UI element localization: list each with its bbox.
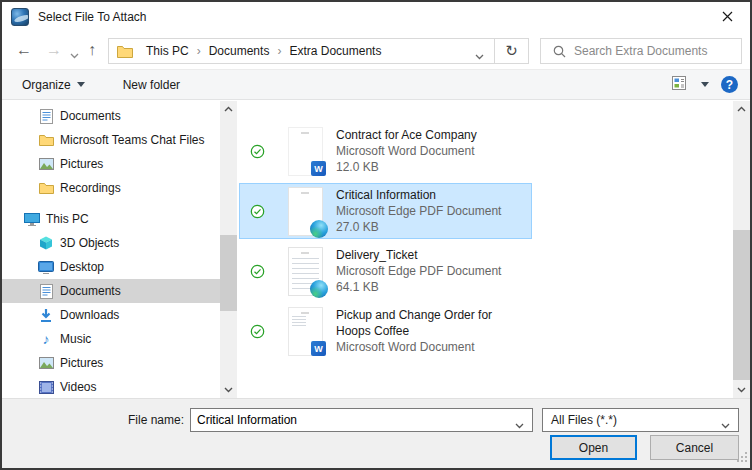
file-thumbnail: W (288, 307, 323, 356)
word-icon: W (311, 161, 326, 176)
scroll-down-icon[interactable] (220, 382, 237, 398)
file-tile-delivery-ticket[interactable]: Delivery_Ticket Microsoft Edge PDF Docum… (239, 243, 532, 299)
organize-button[interactable]: Organize (12, 70, 95, 99)
edge-icon (310, 220, 328, 238)
file-name-input[interactable] (191, 409, 532, 431)
file-tile-critical-information[interactable]: Critical Information Microsoft Edge PDF … (239, 183, 532, 239)
command-toolbar: Organize New folder ? (2, 69, 750, 100)
navigation-pane: Documents Microsoft Teams Chat Files Pic… (2, 101, 220, 398)
edge-icon (310, 280, 328, 298)
breadcrumb-separator: › (195, 44, 203, 58)
close-button[interactable] (705, 2, 750, 31)
music-icon: ♪ (38, 331, 54, 347)
file-type-combobox[interactable]: All Files (*.*) (542, 408, 739, 432)
resize-grip[interactable] (737, 452, 748, 466)
file-type: Microsoft Word Document (336, 143, 528, 159)
organize-label: Organize (22, 78, 71, 92)
address-bar[interactable]: This PC › Documents › Extra Documents (108, 38, 495, 64)
word-icon: W (311, 341, 326, 356)
sidebar-item-label: Desktop (60, 260, 104, 274)
file-name-label: File name: (92, 409, 184, 431)
sync-status-check-icon (250, 324, 265, 342)
new-folder-button[interactable]: New folder (113, 70, 190, 99)
file-size: 64.1 KB (336, 279, 528, 295)
folder-icon (38, 182, 54, 195)
refresh-icon: ↻ (505, 42, 518, 60)
open-button-label: Open (579, 441, 608, 455)
up-icon[interactable]: ↑ (88, 40, 96, 60)
new-folder-label: New folder (123, 78, 180, 92)
sidebar-item-label: Pictures (60, 157, 103, 171)
cancel-button-label: Cancel (676, 441, 713, 455)
sidebar-item-recordings[interactable]: Recordings (2, 176, 220, 200)
refresh-button[interactable]: ↻ (495, 38, 529, 64)
file-name-combobox[interactable] (190, 408, 533, 432)
change-view-button[interactable] (671, 75, 689, 94)
dialog-footer: File name: All Files (*.*) Open Cancel (2, 398, 750, 468)
open-button[interactable]: Open (550, 435, 637, 460)
help-button[interactable]: ? (721, 76, 738, 93)
breadcrumb-separator: › (275, 44, 283, 58)
breadcrumb-extra-documents[interactable]: Extra Documents (283, 39, 387, 63)
sidebar-item-3d-objects[interactable]: 3D Objects (2, 231, 220, 255)
sidebar-item-desktop[interactable]: Desktop (2, 255, 220, 279)
recent-locations-chevron-icon[interactable] (70, 48, 79, 62)
sidebar-item-label: Documents (60, 284, 121, 298)
search-box[interactable] (540, 38, 742, 64)
sidebar-item-music[interactable]: ♪ Music (2, 327, 220, 351)
titlebar: Select File To Attach (2, 2, 750, 32)
file-list-scrollbar[interactable] (733, 101, 750, 398)
sidebar-item-label: Videos (60, 380, 96, 394)
file-list: W Contract for Ace Company Microsoft Wor… (237, 101, 733, 398)
folder-icon (117, 45, 133, 58)
file-name: Pickup and Change Order for Hoops Coffee (336, 307, 528, 339)
download-icon (38, 308, 54, 323)
sidebar-item-documents-quick[interactable]: Documents (2, 104, 220, 128)
sidebar-item-label: Downloads (60, 308, 119, 322)
forward-icon[interactable]: → (46, 40, 62, 60)
scroll-up-icon[interactable] (733, 101, 750, 117)
help-label: ? (726, 78, 733, 92)
sidebar-item-this-pc[interactable]: This PC (2, 207, 220, 231)
sync-status-check-icon (250, 264, 265, 282)
cube-icon (38, 236, 54, 250)
app-icon (11, 8, 29, 26)
address-dropdown-chevron-icon[interactable] (475, 49, 484, 63)
file-name: Contract for Ace Company (336, 127, 528, 143)
sidebar-item-label: Documents (60, 109, 121, 123)
sidebar-scrollbar[interactable] (220, 101, 237, 398)
scroll-up-icon[interactable] (220, 101, 237, 117)
file-list-scrollbar-thumb[interactable] (733, 230, 750, 380)
sidebar-item-documents[interactable]: Documents (2, 279, 220, 303)
file-dialog-window: Select File To Attach ← → ↑ This PC › Do… (0, 0, 752, 470)
sidebar-item-label: Microsoft Teams Chat Files (60, 133, 205, 147)
sidebar-item-pictures-quick[interactable]: Pictures (2, 152, 220, 176)
window-title: Select File To Attach (38, 10, 147, 24)
sidebar-item-label: Recordings (60, 181, 121, 195)
file-tile-contract-for-ace-company[interactable]: W Contract for Ace Company Microsoft Wor… (239, 123, 532, 179)
breadcrumb-this-pc[interactable]: This PC (140, 39, 195, 63)
video-icon (38, 381, 54, 394)
sidebar-item-pictures[interactable]: Pictures (2, 351, 220, 375)
sidebar-item-videos[interactable]: Videos (2, 375, 220, 398)
combo-chevron-icon[interactable] (515, 418, 524, 432)
sidebar-item-downloads[interactable]: Downloads (2, 303, 220, 327)
document-icon (38, 284, 54, 299)
desktop-icon (38, 261, 54, 274)
search-input[interactable] (574, 44, 741, 58)
picture-icon (38, 357, 54, 369)
file-type: Microsoft Edge PDF Document (336, 203, 528, 219)
file-type: Microsoft Edge PDF Document (336, 263, 528, 279)
sync-status-check-icon (250, 204, 265, 222)
cancel-button[interactable]: Cancel (650, 435, 739, 460)
combo-chevron-icon[interactable] (721, 418, 730, 432)
sidebar-item-label: 3D Objects (60, 236, 119, 250)
sidebar-scrollbar-thumb[interactable] (220, 235, 237, 311)
breadcrumb-documents[interactable]: Documents (203, 39, 276, 63)
file-tile-pickup-and-change-order[interactable]: W Pickup and Change Order for Hoops Coff… (239, 303, 532, 359)
scroll-down-icon[interactable] (733, 382, 750, 398)
back-icon[interactable]: ← (16, 40, 32, 60)
search-icon (553, 45, 566, 58)
sidebar-item-microsoft-teams-chat-files[interactable]: Microsoft Teams Chat Files (2, 128, 220, 152)
view-options-chevron-icon[interactable] (701, 82, 709, 87)
